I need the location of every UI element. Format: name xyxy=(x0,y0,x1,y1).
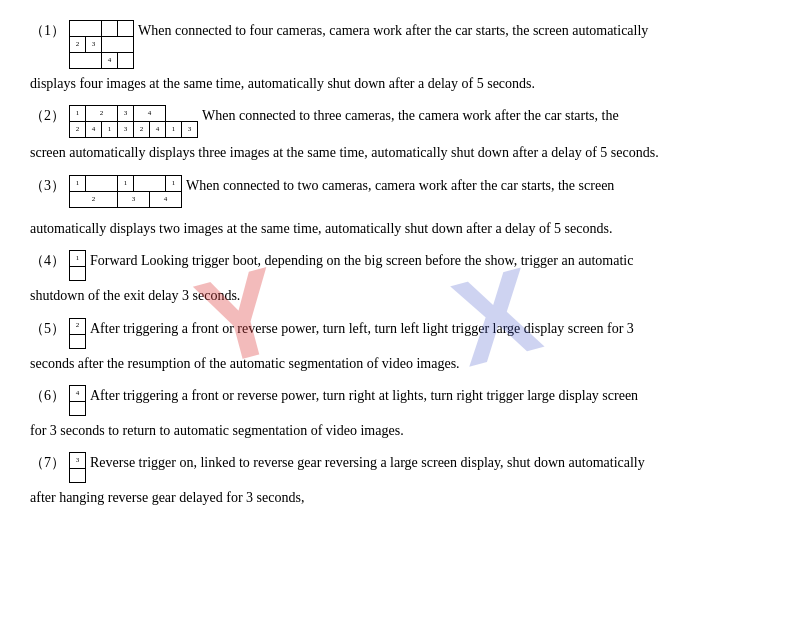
section-2-text: When connected to three cameras, the cam… xyxy=(202,105,770,127)
section-7: （7） 3 Reverse trigger on, linked to reve… xyxy=(30,452,770,509)
section-5-diagram: 2 xyxy=(69,318,86,349)
section-4-diagram: 1 xyxy=(69,250,86,281)
section-3-text2: automatically displays two images at the… xyxy=(30,218,770,240)
section-7-text: Reverse trigger on, linked to reverse ge… xyxy=(90,452,770,474)
section-1-text: When connected to four cameras, camera w… xyxy=(138,20,770,42)
section-4: （4） 1 Forward Looking trigger boot, depe… xyxy=(30,250,770,307)
section-7-diagram: 3 xyxy=(69,452,86,483)
section-2: （2） 1 2 3 4 2 4 1 3 2 4 1 3 xyxy=(30,105,770,164)
section-4-label: （4） xyxy=(30,250,65,272)
section-1-label: （1） xyxy=(30,20,65,42)
section-5-text2: seconds after the resumption of the auto… xyxy=(30,353,770,375)
section-1-diagram: 2 3 4 xyxy=(69,20,134,69)
section-2-text2: screen automatically displays three imag… xyxy=(30,142,770,164)
section-3: （3） 1 1 1 2 3 4 When connected to two ca… xyxy=(30,175,770,240)
section-3-label: （3） xyxy=(30,175,65,197)
section-1: （1） 2 3 4 When co xyxy=(30,20,770,95)
section-5-text: After triggering a front or reverse powe… xyxy=(90,318,770,340)
section-3-text: When connected to two cameras, camera wo… xyxy=(186,175,770,197)
section-2-label: （2） xyxy=(30,105,65,127)
section-2-diagram: 1 2 3 4 2 4 1 3 2 4 1 3 xyxy=(69,105,198,138)
section-6-label: （6） xyxy=(30,385,65,407)
section-3-diagram: 1 1 1 2 3 4 xyxy=(69,175,182,210)
section-6-diagram: 4 xyxy=(69,385,86,416)
section-4-text2: shutdown of the exit delay 3 seconds. xyxy=(30,285,770,307)
section-1-text2: displays four images at the same time, a… xyxy=(30,73,770,95)
section-6-text2: for 3 seconds to return to automatic seg… xyxy=(30,420,770,442)
section-7-text2: after hanging reverse gear delayed for 3… xyxy=(30,487,770,509)
section-6: （6） 4 After triggering a front or revers… xyxy=(30,385,770,442)
section-7-label: （7） xyxy=(30,452,65,474)
section-5-label: （5） xyxy=(30,318,65,340)
section-6-text: After triggering a front or reverse powe… xyxy=(90,385,770,407)
section-4-text: Forward Looking trigger boot, depending … xyxy=(90,250,770,272)
section-5: （5） 2 After triggering a front or revers… xyxy=(30,318,770,375)
